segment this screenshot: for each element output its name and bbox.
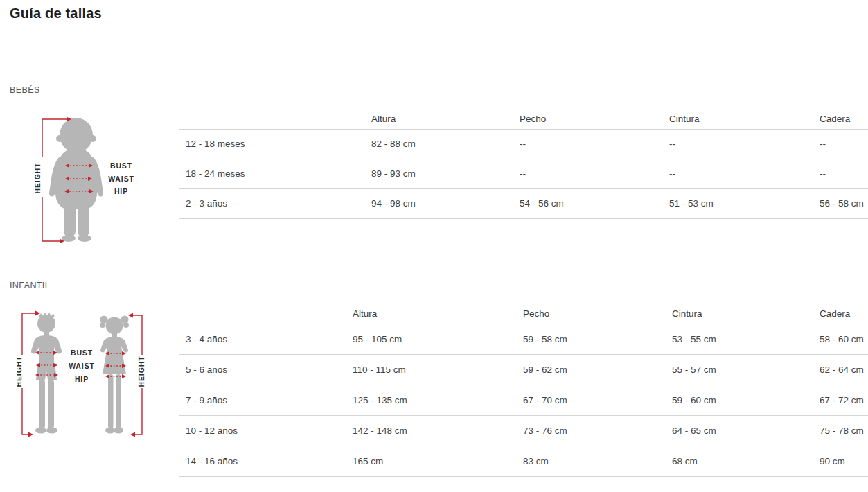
altura-cell: 110 - 115 cm bbox=[346, 354, 516, 385]
boy-silhouette-icon bbox=[31, 313, 62, 434]
children-measurement-figure: HEIGHT HEIGHT bbox=[17, 310, 149, 441]
pecho-cell: 54 - 56 cm bbox=[513, 188, 662, 218]
pecho-cell: -- bbox=[513, 159, 662, 188]
table-row: 10 - 12 años 142 - 148 cm 73 - 76 cm 64 … bbox=[179, 415, 868, 446]
altura-cell: 142 - 148 cm bbox=[346, 415, 516, 446]
girl-height-arrow: HEIGHT bbox=[128, 313, 145, 437]
altura-cell: 95 - 105 cm bbox=[346, 324, 516, 354]
pecho-cell: 73 - 76 cm bbox=[516, 415, 665, 446]
size-cell: 10 - 12 años bbox=[179, 415, 346, 446]
section-label-bebes: BEBÉS bbox=[10, 85, 40, 95]
pecho-cell: -- bbox=[513, 129, 662, 159]
cadera-cell: 90 cm bbox=[813, 446, 868, 476]
table-header-row: Altura Pecho Cintura Cadera bbox=[179, 109, 868, 129]
column-header-pecho: Pecho bbox=[516, 304, 665, 324]
pecho-cell: 59 - 58 cm bbox=[516, 324, 665, 354]
hip-label: HIP bbox=[75, 375, 89, 383]
size-cell: 2 - 3 años bbox=[179, 188, 364, 218]
column-header-cadera: Cadera bbox=[813, 304, 868, 324]
cintura-cell: -- bbox=[662, 159, 813, 188]
cintura-cell: 64 - 65 cm bbox=[665, 415, 813, 446]
cadera-cell: 56 - 58 cm bbox=[813, 188, 868, 218]
table-row: 7 - 9 años 125 - 135 cm 67 - 70 cm 59 - … bbox=[179, 385, 868, 415]
girl-silhouette-icon bbox=[100, 316, 129, 434]
size-cell: 12 - 18 meses bbox=[179, 129, 364, 159]
baby-silhouette-icon bbox=[49, 118, 103, 242]
boy-height-arrow: HEIGHT bbox=[17, 311, 40, 437]
altura-cell: 165 cm bbox=[346, 446, 516, 476]
cintura-cell: 59 - 60 cm bbox=[665, 385, 813, 415]
size-cell: 7 - 9 años bbox=[179, 385, 346, 415]
size-cell: 3 - 4 años bbox=[179, 324, 346, 354]
pecho-cell: 59 - 62 cm bbox=[516, 354, 665, 385]
pecho-cell: 67 - 70 cm bbox=[516, 385, 665, 415]
bust-label: BUST bbox=[110, 161, 132, 170]
altura-cell: 125 - 135 cm bbox=[346, 385, 516, 415]
column-header-cintura: Cintura bbox=[662, 109, 813, 129]
cadera-cell: -- bbox=[813, 159, 868, 188]
bebes-size-table: Altura Pecho Cintura Cadera 12 - 18 mese… bbox=[179, 109, 868, 219]
cintura-cell: 53 - 55 cm bbox=[665, 324, 813, 354]
height-label: HEIGHT bbox=[137, 355, 145, 387]
height-label: HEIGHT bbox=[17, 355, 23, 387]
table-row: 5 - 6 años 110 - 115 cm 59 - 62 cm 55 - … bbox=[179, 354, 868, 385]
table-header-row: Altura Pecho Cintura Cadera bbox=[179, 304, 868, 324]
table-row: 18 - 24 meses 89 - 93 cm -- -- -- bbox=[179, 159, 868, 188]
baby-silhouette-diagram: HEIGHT BUST WAIST HIP bbox=[35, 112, 173, 245]
baby-measurement-figure: HEIGHT BUST WAIST HIP bbox=[35, 112, 173, 245]
page-title: Guía de tallas bbox=[10, 6, 102, 21]
table-row: 2 - 3 años 94 - 98 cm 54 - 56 cm 51 - 53… bbox=[179, 188, 868, 218]
table-row: 14 - 16 años 165 cm 83 cm 68 cm 90 cm bbox=[179, 446, 868, 476]
children-silhouette-diagram: HEIGHT HEIGHT bbox=[17, 310, 149, 441]
bust-label: BUST bbox=[71, 349, 93, 357]
cintura-cell: -- bbox=[662, 129, 813, 159]
table-row: 12 - 18 meses 82 - 88 cm -- -- -- bbox=[179, 129, 868, 159]
altura-cell: 82 - 88 cm bbox=[364, 129, 513, 159]
cadera-cell: -- bbox=[813, 129, 868, 159]
altura-cell: 89 - 93 cm bbox=[364, 159, 513, 188]
size-cell: 5 - 6 años bbox=[179, 354, 346, 385]
column-header-altura: Altura bbox=[346, 304, 516, 324]
height-label: HEIGHT bbox=[35, 162, 42, 193]
cintura-cell: 68 cm bbox=[665, 446, 813, 476]
cadera-cell: 62 - 64 cm bbox=[813, 354, 868, 385]
column-header-cintura: Cintura bbox=[665, 304, 813, 324]
pecho-cell: 83 cm bbox=[516, 446, 665, 476]
empty-header-cell bbox=[179, 304, 346, 324]
size-cell: 18 - 24 meses bbox=[179, 159, 364, 188]
infantil-size-table: Altura Pecho Cintura Cadera 3 - 4 años 9… bbox=[179, 304, 868, 477]
altura-cell: 94 - 98 cm bbox=[364, 188, 513, 218]
cadera-cell: 58 - 60 cm bbox=[813, 324, 868, 354]
size-cell: 14 - 16 años bbox=[179, 446, 346, 476]
cintura-cell: 55 - 57 cm bbox=[665, 354, 813, 385]
hip-label: HIP bbox=[114, 187, 128, 195]
column-header-cadera: Cadera bbox=[813, 109, 868, 129]
column-header-pecho: Pecho bbox=[513, 109, 662, 129]
cadera-cell: 67 - 72 cm bbox=[813, 385, 868, 415]
empty-header-cell bbox=[179, 109, 364, 129]
cadera-cell: 75 - 78 cm bbox=[813, 415, 868, 446]
table-row: 3 - 4 años 95 - 105 cm 59 - 58 cm 53 - 5… bbox=[179, 324, 868, 354]
waist-label: WAIST bbox=[108, 175, 134, 183]
column-header-altura: Altura bbox=[364, 109, 513, 129]
cintura-cell: 51 - 53 cm bbox=[662, 188, 813, 218]
section-label-infantil: INFANTIL bbox=[10, 281, 50, 290]
waist-label: WAIST bbox=[69, 362, 95, 370]
